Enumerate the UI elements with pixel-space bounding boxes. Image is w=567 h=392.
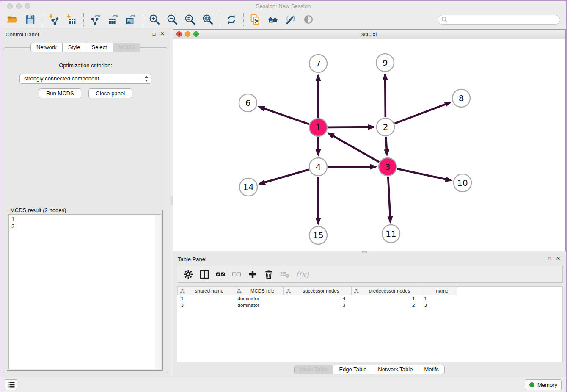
graph-edge-4-14[interactable] <box>259 169 309 184</box>
tab-network[interactable]: Network <box>31 43 62 52</box>
mcds-result-title: MCDS result (2 nodes) <box>9 207 67 213</box>
table-row[interactable]: 3dominator323 <box>178 302 457 309</box>
run-mcds-button[interactable]: Run MCDS <box>39 88 81 98</box>
import-network-button[interactable] <box>46 13 61 26</box>
graph-edge-1-2[interactable] <box>328 127 374 127</box>
toolbar-separator <box>83 13 84 26</box>
import-table-button[interactable] <box>64 13 79 26</box>
optimization-criterion-select[interactable]: strongly connected component <box>19 74 151 84</box>
first-neighbors-button[interactable] <box>265 13 281 26</box>
tree-icon <box>354 289 359 294</box>
table-cell[interactable]: 1 <box>421 295 457 302</box>
window-title: Session: New Session <box>0 3 566 9</box>
table-panel-title: Table Panel <box>178 256 206 262</box>
table-cell[interactable]: 4 <box>284 295 352 302</box>
zoom-selected-button[interactable] <box>200 13 215 26</box>
mcds-result-scrollbar[interactable] <box>155 215 161 369</box>
graph-node-label-11: 11 <box>385 229 396 239</box>
columns-icon <box>200 270 209 279</box>
table-cell[interactable]: 2 <box>352 302 421 309</box>
search-input[interactable] <box>447 17 556 22</box>
table-tab-group: Node Table Edge Table Network Table Moti… <box>294 365 445 374</box>
open-session-button[interactable] <box>5 13 20 26</box>
toolbar-separator <box>243 13 244 26</box>
table-settings-button[interactable] <box>182 268 195 281</box>
table-panel: Table Panel □ ✕ <box>173 253 566 377</box>
control-panel: Control Panel □ ✕ Network Style Select M… <box>0 28 171 377</box>
column-header-shared-name[interactable]: shared name <box>178 287 234 295</box>
export-table-button[interactable] <box>105 13 121 26</box>
mcds-result-box: 1 3 <box>8 214 161 369</box>
tree-icon <box>237 289 242 294</box>
table-cell[interactable]: 1 <box>178 295 234 302</box>
network-window-titlebar[interactable]: × − + scc.txt <box>173 30 565 39</box>
zoom-in-icon <box>149 14 160 25</box>
zoom-in-button[interactable] <box>147 13 162 26</box>
hide-selected-button[interactable] <box>283 13 298 26</box>
node-table: shared nameMCDS rolesuccessor nodesprede… <box>177 287 457 309</box>
export-image-button[interactable] <box>123 13 138 26</box>
float-table-panel-icon[interactable]: □ <box>547 256 553 262</box>
show-hidden-button[interactable] <box>301 13 316 26</box>
column-header-MCDS-role[interactable]: MCDS role <box>234 287 284 295</box>
tab-node-table[interactable]: Node Table <box>295 365 333 374</box>
export-network-button[interactable] <box>88 13 103 26</box>
graph-edge-3-1[interactable] <box>328 133 379 162</box>
table-cell[interactable]: dominator <box>234 295 284 302</box>
table-cell[interactable]: 1 <box>352 295 421 302</box>
toolbar-separator <box>143 13 143 26</box>
memory-button[interactable]: Memory <box>525 379 562 390</box>
graph-node-label-7: 7 <box>316 58 321 69</box>
graph-node-label-9: 9 <box>383 58 388 68</box>
table-cell[interactable]: 3 <box>178 302 234 309</box>
network-canvas[interactable]: 7968124314101511 <box>173 39 565 251</box>
unchecked-boxes-icon <box>232 270 241 279</box>
tab-motifs[interactable]: Motifs <box>418 365 444 374</box>
save-icon <box>24 14 36 25</box>
refresh-layout-button[interactable] <box>224 13 239 26</box>
column-header-successor-nodes[interactable]: successor nodes <box>284 287 352 295</box>
tab-mcds[interactable]: MCDS <box>113 43 140 52</box>
function-builder-button[interactable]: f(x) <box>296 270 309 279</box>
table-cell[interactable]: dominator <box>234 302 284 309</box>
mcds-result-text[interactable]: 1 3 <box>11 215 154 368</box>
clone-network-button[interactable] <box>248 13 263 26</box>
close-table-panel-icon[interactable]: ✕ <box>555 256 561 262</box>
graph-edge-3-10[interactable] <box>397 169 451 181</box>
graph-edge-3-11[interactable] <box>388 177 390 222</box>
import-network-icon <box>48 14 60 25</box>
float-panel-icon[interactable]: □ <box>151 31 157 37</box>
table-cell[interactable]: 3 <box>284 302 352 309</box>
merge-columns-button[interactable] <box>198 268 211 281</box>
checked-boxes-icon <box>216 270 225 279</box>
graph-edge-1-6[interactable] <box>259 107 309 124</box>
delete-table-button[interactable] <box>278 268 292 281</box>
search-icon <box>441 17 447 22</box>
zoom-out-button[interactable] <box>165 13 180 26</box>
column-header-name[interactable]: name <box>421 287 457 295</box>
tab-style[interactable]: Style <box>62 43 86 52</box>
status-bar: Memory <box>0 377 566 392</box>
mcds-panel: Optimization criterion: strongly connect… <box>3 47 168 373</box>
close-panel-button[interactable]: Close panel <box>88 88 132 98</box>
hide-columns-button[interactable] <box>230 268 243 281</box>
close-panel-icon[interactable]: ✕ <box>160 31 165 37</box>
table-row[interactable]: 1dominator411 <box>178 295 457 302</box>
table-cell[interactable]: 3 <box>421 302 457 309</box>
app-title-bar: Session: New Session <box>0 1 566 11</box>
add-row-button[interactable] <box>246 268 259 281</box>
plus-icon <box>248 270 257 279</box>
tab-network-table[interactable]: Network Table <box>372 365 418 374</box>
graph-edge-2-3[interactable] <box>386 137 387 155</box>
show-panel-list-button[interactable] <box>5 379 17 390</box>
column-header-predecessor-nodes[interactable]: predecessor nodes <box>352 287 421 295</box>
zoom-fit-button[interactable] <box>182 13 198 26</box>
save-session-button[interactable] <box>22 13 38 26</box>
show-columns-button[interactable] <box>214 268 227 281</box>
graph-edge-2-9[interactable] <box>385 74 385 117</box>
tab-edge-table[interactable]: Edge Table <box>333 365 372 374</box>
delete-row-button[interactable] <box>262 268 275 281</box>
chevron-updown-icon <box>145 75 149 82</box>
graph-edge-2-8[interactable] <box>395 102 451 124</box>
tab-select[interactable]: Select <box>86 43 113 52</box>
